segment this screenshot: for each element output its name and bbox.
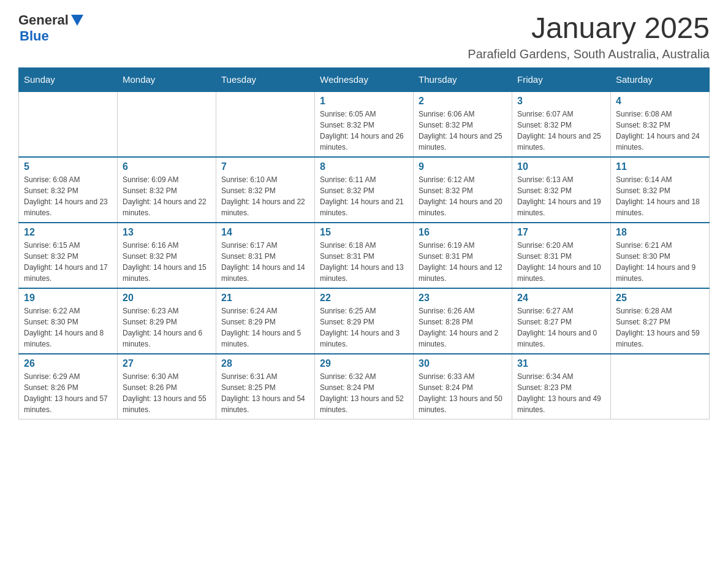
day-info: Sunrise: 6:15 AM Sunset: 8:32 PM Dayligh… <box>24 240 112 284</box>
week-row-1: 1Sunrise: 6:05 AM Sunset: 8:32 PM Daylig… <box>19 91 710 157</box>
day-info: Sunrise: 6:31 AM Sunset: 8:25 PM Dayligh… <box>221 371 309 415</box>
calendar-cell: 9Sunrise: 6:12 AM Sunset: 8:32 PM Daylig… <box>414 157 512 223</box>
day-info: Sunrise: 6:06 AM Sunset: 8:32 PM Dayligh… <box>419 109 507 153</box>
week-row-4: 19Sunrise: 6:22 AM Sunset: 8:30 PM Dayli… <box>19 288 710 354</box>
day-number: 4 <box>616 96 704 107</box>
calendar-cell: 22Sunrise: 6:25 AM Sunset: 8:29 PM Dayli… <box>315 288 414 354</box>
day-number: 6 <box>123 161 211 172</box>
day-header-sunday: Sunday <box>19 67 118 91</box>
calendar-cell: 23Sunrise: 6:26 AM Sunset: 8:28 PM Dayli… <box>414 288 512 354</box>
day-info: Sunrise: 6:27 AM Sunset: 8:27 PM Dayligh… <box>517 305 605 350</box>
day-number: 14 <box>221 227 309 238</box>
calendar-table: SundayMondayTuesdayWednesdayThursdayFrid… <box>18 67 710 419</box>
calendar-cell: 19Sunrise: 6:22 AM Sunset: 8:30 PM Dayli… <box>19 288 118 354</box>
day-number: 5 <box>24 161 112 172</box>
calendar-cell: 8Sunrise: 6:11 AM Sunset: 8:32 PM Daylig… <box>315 157 414 223</box>
calendar-cell: 11Sunrise: 6:14 AM Sunset: 8:32 PM Dayli… <box>611 157 710 223</box>
calendar-cell: 2Sunrise: 6:06 AM Sunset: 8:32 PM Daylig… <box>414 91 512 157</box>
day-info: Sunrise: 6:29 AM Sunset: 8:26 PM Dayligh… <box>24 371 112 415</box>
day-info: Sunrise: 6:32 AM Sunset: 8:24 PM Dayligh… <box>320 371 408 415</box>
calendar-cell: 25Sunrise: 6:28 AM Sunset: 8:27 PM Dayli… <box>611 288 710 354</box>
day-header-wednesday: Wednesday <box>315 67 414 91</box>
day-number: 15 <box>320 227 408 238</box>
day-info: Sunrise: 6:18 AM Sunset: 8:31 PM Dayligh… <box>320 240 408 284</box>
week-row-5: 26Sunrise: 6:29 AM Sunset: 8:26 PM Dayli… <box>19 354 710 419</box>
day-info: Sunrise: 6:13 AM Sunset: 8:32 PM Dayligh… <box>517 174 605 218</box>
calendar-cell: 12Sunrise: 6:15 AM Sunset: 8:32 PM Dayli… <box>19 223 118 288</box>
calendar-cell: 13Sunrise: 6:16 AM Sunset: 8:32 PM Dayli… <box>118 223 216 288</box>
location-title: Parafield Gardens, South Australia, Aust… <box>468 47 710 61</box>
day-info: Sunrise: 6:12 AM Sunset: 8:32 PM Dayligh… <box>419 174 507 218</box>
calendar-cell: 7Sunrise: 6:10 AM Sunset: 8:32 PM Daylig… <box>216 157 315 223</box>
day-number: 16 <box>419 227 507 238</box>
day-number: 11 <box>616 161 704 172</box>
day-info: Sunrise: 6:09 AM Sunset: 8:32 PM Dayligh… <box>123 174 211 218</box>
day-info: Sunrise: 6:21 AM Sunset: 8:30 PM Dayligh… <box>616 240 704 284</box>
calendar-cell: 18Sunrise: 6:21 AM Sunset: 8:30 PM Dayli… <box>611 223 710 288</box>
day-info: Sunrise: 6:23 AM Sunset: 8:29 PM Dayligh… <box>123 305 211 350</box>
calendar-cell: 21Sunrise: 6:24 AM Sunset: 8:29 PM Dayli… <box>216 288 315 354</box>
day-info: Sunrise: 6:19 AM Sunset: 8:31 PM Dayligh… <box>419 240 507 284</box>
calendar-cell <box>216 91 315 157</box>
calendar-cell: 1Sunrise: 6:05 AM Sunset: 8:32 PM Daylig… <box>315 91 414 157</box>
day-number: 27 <box>123 358 211 369</box>
day-number: 22 <box>320 293 408 304</box>
day-info: Sunrise: 6:30 AM Sunset: 8:26 PM Dayligh… <box>123 371 211 415</box>
logo-blue-text: Blue <box>20 28 49 44</box>
calendar-cell: 10Sunrise: 6:13 AM Sunset: 8:32 PM Dayli… <box>512 157 611 223</box>
day-info: Sunrise: 6:24 AM Sunset: 8:29 PM Dayligh… <box>221 305 309 350</box>
calendar-cell: 26Sunrise: 6:29 AM Sunset: 8:26 PM Dayli… <box>19 354 118 419</box>
day-number: 19 <box>24 293 112 304</box>
calendar-cell: 29Sunrise: 6:32 AM Sunset: 8:24 PM Dayli… <box>315 354 414 419</box>
day-number: 7 <box>221 161 309 172</box>
calendar-cell: 17Sunrise: 6:20 AM Sunset: 8:31 PM Dayli… <box>512 223 611 288</box>
header: General Blue January 2025 Parafield Gard… <box>18 12 710 61</box>
day-info: Sunrise: 6:26 AM Sunset: 8:28 PM Dayligh… <box>419 305 507 350</box>
day-number: 2 <box>419 96 507 107</box>
calendar-cell: 16Sunrise: 6:19 AM Sunset: 8:31 PM Dayli… <box>414 223 512 288</box>
day-info: Sunrise: 6:20 AM Sunset: 8:31 PM Dayligh… <box>517 240 605 284</box>
calendar-cell: 6Sunrise: 6:09 AM Sunset: 8:32 PM Daylig… <box>118 157 216 223</box>
calendar-cell: 31Sunrise: 6:34 AM Sunset: 8:23 PM Dayli… <box>512 354 611 419</box>
day-number: 17 <box>517 227 605 238</box>
day-info: Sunrise: 6:07 AM Sunset: 8:32 PM Dayligh… <box>517 109 605 153</box>
day-header-saturday: Saturday <box>611 67 710 91</box>
day-info: Sunrise: 6:08 AM Sunset: 8:32 PM Dayligh… <box>616 109 704 153</box>
day-info: Sunrise: 6:22 AM Sunset: 8:30 PM Dayligh… <box>24 305 112 350</box>
day-number: 31 <box>517 358 605 369</box>
calendar-cell <box>19 91 118 157</box>
day-number: 25 <box>616 293 704 304</box>
day-number: 29 <box>320 358 408 369</box>
day-number: 18 <box>616 227 704 238</box>
day-info: Sunrise: 6:08 AM Sunset: 8:32 PM Dayligh… <box>24 174 112 218</box>
day-number: 3 <box>517 96 605 107</box>
day-info: Sunrise: 6:05 AM Sunset: 8:32 PM Dayligh… <box>320 109 408 153</box>
day-info: Sunrise: 6:33 AM Sunset: 8:24 PM Dayligh… <box>419 371 507 415</box>
day-number: 20 <box>123 293 211 304</box>
week-row-3: 12Sunrise: 6:15 AM Sunset: 8:32 PM Dayli… <box>19 223 710 288</box>
day-info: Sunrise: 6:10 AM Sunset: 8:32 PM Dayligh… <box>221 174 309 218</box>
calendar-cell: 14Sunrise: 6:17 AM Sunset: 8:31 PM Dayli… <box>216 223 315 288</box>
day-header-monday: Monday <box>118 67 216 91</box>
day-number: 1 <box>320 96 408 107</box>
calendar-cell: 27Sunrise: 6:30 AM Sunset: 8:26 PM Dayli… <box>118 354 216 419</box>
day-number: 13 <box>123 227 211 238</box>
day-info: Sunrise: 6:17 AM Sunset: 8:31 PM Dayligh… <box>221 240 309 284</box>
day-number: 30 <box>419 358 507 369</box>
day-number: 9 <box>419 161 507 172</box>
calendar-cell: 3Sunrise: 6:07 AM Sunset: 8:32 PM Daylig… <box>512 91 611 157</box>
day-number: 21 <box>221 293 309 304</box>
day-number: 12 <box>24 227 112 238</box>
calendar-cell: 30Sunrise: 6:33 AM Sunset: 8:24 PM Dayli… <box>414 354 512 419</box>
day-header-tuesday: Tuesday <box>216 67 315 91</box>
day-info: Sunrise: 6:11 AM Sunset: 8:32 PM Dayligh… <box>320 174 408 218</box>
calendar-cell: 5Sunrise: 6:08 AM Sunset: 8:32 PM Daylig… <box>19 157 118 223</box>
day-info: Sunrise: 6:34 AM Sunset: 8:23 PM Dayligh… <box>517 371 605 415</box>
logo-general-text: General <box>18 12 69 28</box>
day-header-friday: Friday <box>512 67 611 91</box>
days-header-row: SundayMondayTuesdayWednesdayThursdayFrid… <box>19 67 710 91</box>
week-row-2: 5Sunrise: 6:08 AM Sunset: 8:32 PM Daylig… <box>19 157 710 223</box>
title-area: January 2025 Parafield Gardens, South Au… <box>468 12 710 61</box>
calendar-cell: 24Sunrise: 6:27 AM Sunset: 8:27 PM Dayli… <box>512 288 611 354</box>
calendar-cell <box>118 91 216 157</box>
